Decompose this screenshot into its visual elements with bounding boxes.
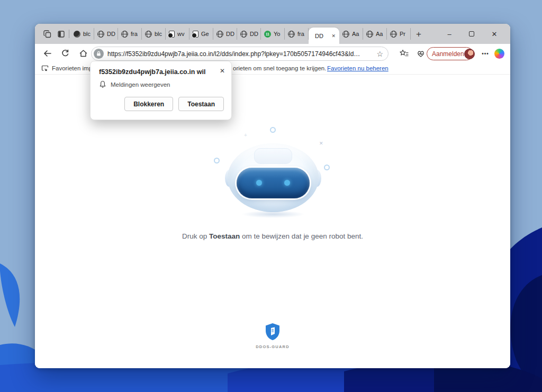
tab[interactable]: DD [213,28,237,40]
maximize-icon [469,31,474,37]
manage-favorites-link[interactable]: Favorieten nu beheren [327,65,389,71]
deco-ring [270,127,276,133]
favorite-star-icon[interactable]: ☆ [376,50,383,58]
deco-ring [324,165,330,170]
dialog-close-icon[interactable]: ✕ [220,67,225,75]
tab[interactable]: Ge [189,28,213,40]
profile-avatar [464,49,475,59]
deco-cross: ✕ [319,141,323,146]
robot-visor [237,168,310,198]
globe-dark-favicon-icon [74,31,80,38]
copilot-icon[interactable] [494,49,504,59]
ddos-guard-brand: DDOS-GUARD [35,323,510,349]
doc-favicon-icon [169,31,175,38]
tab-label: Aa [376,31,385,37]
back-button[interactable] [39,45,55,61]
settings-menu-icon[interactable]: ••• [477,45,493,61]
tab-label: DD [226,31,235,37]
robot-shadow [241,211,305,218]
allow-button[interactable]: Toestaan [178,97,224,111]
globe-favicon-icon [145,31,152,38]
notification-permission-dialog: f5352ib9zdu4pwjb7a.jeiia.co.in wil ✕ Mel… [90,61,232,120]
tab[interactable]: fra [118,28,142,40]
tab-label: Yo [274,31,283,37]
tab[interactable]: DD [237,28,261,40]
site-permission-lock-icon[interactable] [94,49,104,59]
tab-label: DD [315,33,330,39]
tab[interactable]: fra [285,28,309,40]
favorites-hint-text: orieten om snel toegang te krijgen. [233,65,326,71]
browser-window: blcDDfrablcwvGeDDDD11YofraDD✕AaAaPr + – … [35,24,510,368]
tab-strip-tabs: blcDDfrablcwvGeDDDD11YofraDD✕AaAaPr [70,24,411,44]
globe-favicon-icon [121,31,128,38]
tab-label: DD [107,31,116,37]
tab-label: DD [250,31,259,37]
deco-ring [214,158,220,163]
tab-label: Pr [400,31,409,37]
import-favorites-label[interactable]: Favorieten imp [52,65,91,71]
doc-favicon-icon [193,31,198,38]
refresh-button[interactable] [57,45,73,61]
url-text[interactable]: https://f5352ib9zdu4pwjb7a.jeiia.co.in/l… [107,50,376,58]
globe-favicon-icon [240,31,247,38]
globe-favicon-icon [97,31,104,38]
signin-button[interactable]: Aanmelden [427,47,473,60]
tab-label: fra [297,31,306,37]
browser-toolbar: https://f5352ib9zdu4pwjb7a.jeiia.co.in/l… [35,44,510,63]
green-favicon-icon: 11 [264,31,271,38]
import-favorites-icon[interactable] [41,65,49,73]
tab-label: Aa [352,31,361,37]
block-button[interactable]: Blokkeren [124,97,173,111]
tab-label: Ge [201,31,211,37]
globe-favicon-icon [288,31,295,38]
vertical-tabs-icon[interactable] [54,27,68,41]
instruction-allow-word: Toestaan [209,232,240,240]
globe-favicon-icon [216,31,223,38]
robot-eye [256,180,262,186]
tab-active[interactable]: DD✕ [309,28,339,44]
robot-eye [284,180,290,186]
tab[interactable]: wv [166,28,189,40]
tab-label: blc [83,31,92,37]
robot-forehead-panel [254,148,292,164]
tab-label: blc [155,31,164,37]
instruction-text: Druk op Toestaan om te bewijzen dat je g… [35,232,510,240]
instruction-prefix: Druk op [182,232,209,240]
shield-icon [265,323,281,341]
tab-label: fra [131,31,140,37]
window-minimize-button[interactable]: – [441,26,457,41]
tab-strip-divider [69,30,69,38]
permission-label: Meldingen weergeven [111,81,170,88]
workspaces-icon[interactable] [40,27,54,41]
tab[interactable]: blc [70,28,94,40]
dialog-buttons: Blokkeren Toestaan [124,97,224,111]
robot-illustration [228,143,319,212]
brand-label: DDOS-GUARD [35,344,510,349]
tab[interactable]: DD [94,28,118,40]
favorites-menu-icon[interactable] [396,45,412,61]
tab[interactable]: 11Yo [261,28,285,40]
dialog-title: f5352ib9zdu4pwjb7a.jeiia.co.in wil [99,68,213,76]
instruction-suffix: om te bewijzen dat je geen robot bent. [240,232,363,240]
new-tab-button[interactable]: + [416,30,421,39]
tab[interactable]: Aa [339,28,363,40]
globe-favicon-icon [366,31,373,38]
signin-label: Aanmelden [432,50,464,58]
globe-favicon-icon [342,31,349,38]
tab-strip: blcDDfrablcwvGeDDDD11YofraDD✕AaAaPr + – … [35,24,510,44]
tab-label: wv [177,31,187,37]
tab[interactable]: Aa [363,28,387,40]
window-maximize-button[interactable] [464,26,480,41]
bell-icon [99,80,106,88]
address-bar[interactable]: https://f5352ib9zdu4pwjb7a.jeiia.co.in/l… [91,47,389,61]
window-close-button[interactable]: ✕ [486,26,502,41]
globe-favicon-icon [390,31,397,38]
home-button[interactable] [75,45,91,61]
tab[interactable]: Pr [387,28,411,40]
tab-close-icon[interactable]: ✕ [331,33,336,39]
permission-row: Meldingen weergeven [99,80,170,88]
deco-plus: + [244,132,247,138]
tab[interactable]: blc [142,28,166,40]
